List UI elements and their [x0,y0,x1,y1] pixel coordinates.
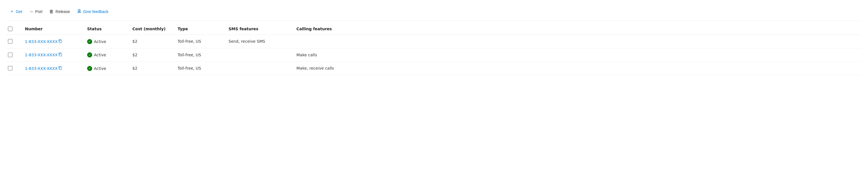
svg-rect-3 [59,40,62,43]
row-type-cell: Toll-free, US [173,62,224,75]
table-row: 1-833-XXX-XXXX Active$2Toll-free, USMake… [7,62,861,75]
row-number-cell: 1-833-XXX-XXXX [20,62,83,75]
header-type: Type [173,23,224,35]
arrow-right-icon: → [29,9,34,14]
svg-rect-4 [59,54,62,56]
table-row: 1-833-XXX-XXXX Active$2Toll-free, USSend… [7,35,861,49]
row-calling-cell: Make, receive calls [292,62,861,75]
feedback-icon [77,9,82,14]
row-select-checkbox[interactable] [8,39,12,43]
row-calling-cell: Make calls [292,48,861,62]
copy-number-icon[interactable] [58,52,63,58]
active-status-icon [87,66,92,71]
get-button[interactable]: ＋ Get [7,7,25,16]
status-text: Active [94,53,106,57]
toolbar: ＋ Get → Port 🗑 Release Give feedback [7,4,861,21]
release-label: Release [56,9,70,14]
feedback-label: Give feedback [83,9,108,14]
status-text: Active [94,66,106,71]
table-row: 1-833-XXX-XXXX Active$2Toll-free, USMake… [7,48,861,62]
row-status-cell: Active [83,62,128,75]
row-select-checkbox[interactable] [8,66,12,70]
row-type-cell: Toll-free, US [173,35,224,49]
svg-rect-5 [59,67,62,70]
header-cost: Cost (monthly) [128,23,173,35]
row-calling-cell [292,35,861,49]
row-number-cell: 1-833-XXX-XXXX [20,48,83,62]
row-sms-cell [224,48,292,62]
row-sms-cell: Send, receive SMS [224,35,292,49]
header-status: Status [83,23,128,35]
feedback-button[interactable]: Give feedback [74,7,112,16]
phone-numbers-table: Number Status Cost (monthly) Type SMS fe… [7,23,861,75]
header-number: Number [20,23,83,35]
active-status-icon [87,39,92,44]
status-badge: Active [87,52,106,58]
header-sms: SMS features [224,23,292,35]
table-header-row: Number Status Cost (monthly) Type SMS fe… [7,23,861,35]
row-checkbox-cell [7,48,20,62]
status-badge: Active [87,39,106,44]
select-all-checkbox[interactable] [8,27,12,31]
active-status-icon [87,52,92,58]
phone-number-link[interactable]: 1-833-XXX-XXXX [25,53,58,57]
release-button[interactable]: 🗑 Release [46,7,73,16]
svg-point-2 [79,11,79,11]
row-status-cell: Active [83,48,128,62]
copy-number-icon[interactable] [58,39,63,44]
port-label: Port [35,9,43,14]
status-badge: Active [87,66,106,71]
row-number-cell: 1-833-XXX-XXXX [20,35,83,49]
row-cost-cell: $2 [128,35,173,49]
phone-number-link[interactable]: 1-833-XXX-XXXX [25,66,58,71]
phone-number-link[interactable]: 1-833-XXX-XXXX [25,39,58,44]
row-checkbox-cell [7,35,20,49]
trash-icon: 🗑 [49,9,54,14]
row-status-cell: Active [83,35,128,49]
row-sms-cell [224,62,292,75]
plus-icon: ＋ [10,8,14,14]
header-calling: Calling features [292,23,861,35]
copy-number-icon[interactable] [58,66,63,71]
header-checkbox-cell [7,23,20,35]
port-button[interactable]: → Port [26,7,45,16]
row-type-cell: Toll-free, US [173,48,224,62]
row-select-checkbox[interactable] [8,53,12,57]
row-checkbox-cell [7,62,20,75]
row-cost-cell: $2 [128,62,173,75]
get-label: Get [16,9,22,14]
status-text: Active [94,39,106,44]
row-cost-cell: $2 [128,48,173,62]
